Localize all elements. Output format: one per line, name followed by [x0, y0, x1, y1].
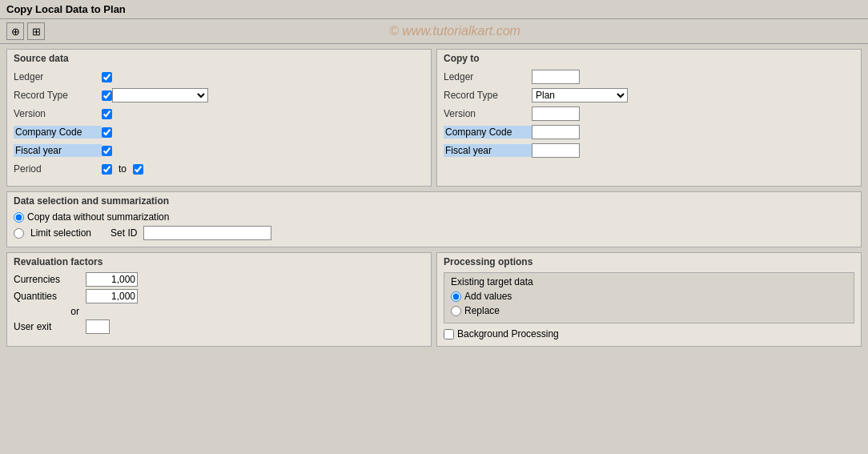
copy-fiscal-year-row: Fiscal year	[444, 143, 854, 159]
replace-row: Replace	[451, 305, 847, 316]
watermark: © www.tutorialkart.com	[48, 24, 862, 38]
source-data-title: Source data	[14, 53, 424, 64]
bg-processing-row: Background Processing	[444, 328, 854, 339]
copy-company-code-row: Company Code	[444, 124, 854, 140]
add-values-label: Add values	[464, 291, 512, 302]
page-title: Copy Local Data to Plan	[6, 3, 126, 15]
copy-without-summarization-row: Copy data without summarization	[14, 211, 854, 223]
bg-processing-checkbox[interactable]	[444, 329, 454, 339]
existing-target-label: Existing target data	[451, 276, 847, 287]
source-record-type-select[interactable]	[112, 88, 208, 102]
user-exit-input[interactable]	[86, 319, 110, 334]
copy-ledger-label: Ledger	[444, 71, 532, 82]
data-selection-title: Data selection and summarization	[14, 195, 854, 207]
add-values-row: Add values	[451, 291, 847, 302]
source-fiscal-year-checkbox[interactable]	[102, 146, 112, 156]
copy-company-code-label: Company Code	[444, 126, 532, 139]
copy-ledger-row: Ledger	[444, 69, 854, 85]
user-exit-label: User exit	[14, 321, 86, 332]
bg-processing-label: Background Processing	[457, 328, 559, 339]
source-record-type-label: Record Type	[14, 90, 102, 101]
source-company-code-row: Company Code	[14, 124, 424, 140]
source-fiscal-year-label: Fiscal year	[14, 144, 102, 157]
source-period-to-checkbox[interactable]	[133, 164, 143, 175]
source-ledger-checkbox[interactable]	[102, 72, 112, 82]
top-row: Source data Ledger Record Type Version	[6, 49, 862, 187]
copy-to-title: Copy to	[444, 53, 854, 64]
toolbar: ⊕ ⊞ © www.tutorialkart.com	[0, 19, 868, 44]
source-period-row: Period to	[14, 161, 424, 177]
limit-selection-radio[interactable]	[14, 228, 24, 239]
copy-without-summarization-radio[interactable]	[14, 212, 24, 223]
main-content: Source data Ledger Record Type Version	[0, 44, 868, 352]
currencies-input[interactable]	[86, 272, 138, 287]
copy-version-label: Version	[444, 108, 532, 119]
source-version-row: Version	[14, 106, 424, 122]
source-fiscal-year-row: Fiscal year	[14, 143, 424, 159]
set-id-label: Set ID	[111, 227, 137, 239]
replace-radio[interactable]	[451, 306, 461, 316]
add-values-radio[interactable]	[451, 291, 461, 302]
limit-selection-label: Limit selection	[30, 227, 91, 239]
copy-record-type-label: Record Type	[444, 90, 532, 101]
currencies-label: Currencies	[14, 274, 86, 285]
data-selection-panel: Data selection and summarization Copy da…	[6, 191, 862, 247]
period-to-label: to	[119, 163, 127, 175]
source-ledger-row: Ledger	[14, 69, 424, 85]
existing-target-box: Existing target data Add values Replace	[444, 272, 854, 323]
limit-selection-row: Limit selection Set ID	[14, 226, 854, 240]
source-version-checkbox[interactable]	[102, 109, 112, 119]
currencies-row: Currencies	[14, 272, 424, 287]
bottom-two: Revaluation factors Currencies Quantitie…	[6, 252, 862, 347]
set-id-input[interactable]	[143, 226, 271, 240]
period-controls: to	[102, 163, 143, 175]
or-label: or	[14, 306, 86, 317]
source-company-code-label: Company Code	[14, 126, 102, 139]
replace-label: Replace	[464, 305, 500, 316]
source-record-type-checkbox[interactable]	[102, 90, 112, 101]
processing-title: Processing options	[444, 256, 854, 267]
processing-panel: Processing options Existing target data …	[436, 252, 862, 347]
revaluation-panel: Revaluation factors Currencies Quantitie…	[6, 252, 432, 347]
copy-without-summarization-label: Copy data without summarization	[27, 211, 169, 223]
title-bar: Copy Local Data to Plan	[0, 0, 868, 19]
copy-fiscal-year-input[interactable]	[532, 143, 580, 158]
copy-version-input[interactable]	[532, 106, 580, 121]
copy-record-type-select[interactable]: Plan	[532, 88, 628, 102]
source-data-panel: Source data Ledger Record Type Version	[6, 49, 432, 187]
quantities-input[interactable]	[86, 289, 138, 303]
copy-fiscal-year-label: Fiscal year	[444, 144, 532, 157]
copy-to-panel: Copy to Ledger Record Type Plan Version …	[436, 49, 862, 187]
copy-version-row: Version	[444, 106, 854, 122]
quantities-label: Quantities	[14, 291, 86, 302]
source-company-code-checkbox[interactable]	[102, 127, 112, 138]
source-ledger-label: Ledger	[14, 71, 102, 82]
source-period-label: Period	[14, 163, 102, 175]
or-row: or	[14, 306, 424, 317]
copy-company-code-input[interactable]	[532, 125, 580, 139]
user-exit-row: User exit	[14, 319, 424, 334]
toolbar-icon-1[interactable]: ⊕	[6, 22, 24, 40]
revaluation-title: Revaluation factors	[14, 256, 424, 267]
source-record-type-row: Record Type	[14, 87, 424, 103]
copy-ledger-input[interactable]	[532, 70, 580, 84]
source-period-from-checkbox[interactable]	[102, 164, 112, 175]
toolbar-icon-2[interactable]: ⊞	[27, 22, 45, 40]
quantities-row: Quantities	[14, 289, 424, 303]
copy-record-type-row: Record Type Plan	[444, 87, 854, 103]
source-version-label: Version	[14, 108, 102, 119]
